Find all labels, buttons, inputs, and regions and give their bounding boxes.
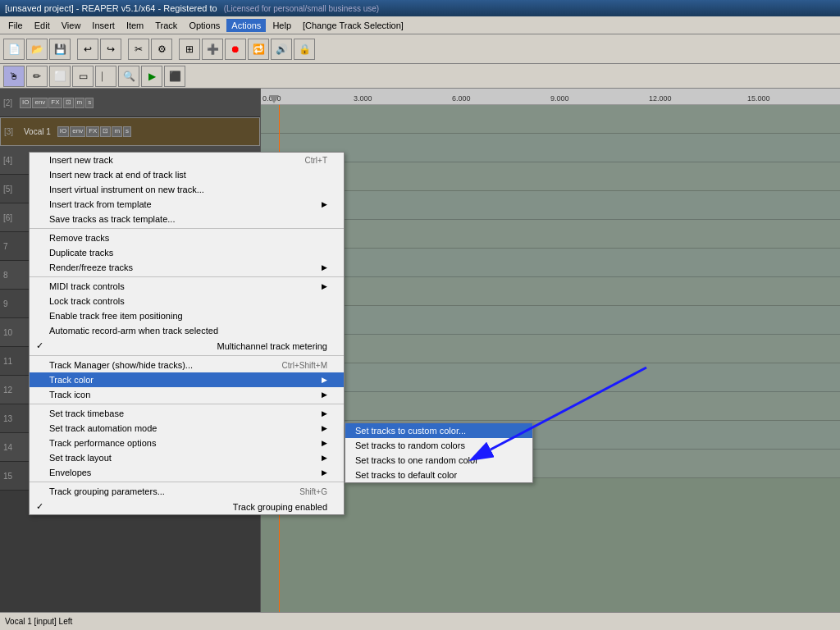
submenu-random-colors[interactable]: Set tracks to random colors: [345, 438, 532, 453]
new-project-btn[interactable]: 📄: [3, 39, 25, 60]
ctx-track-icon-label: Track icon: [49, 390, 90, 399]
pencil-btn[interactable]: ✏: [26, 66, 48, 87]
menu-item[interactable]: Item: [121, 19, 148, 32]
add-track-btn[interactable]: ➕: [202, 39, 223, 60]
ctx-sep-1: [30, 228, 344, 229]
play-btn[interactable]: ▶: [141, 66, 162, 87]
track-row-3: [3] Vocal 1 IO env FX ⊡ m s: [0, 117, 260, 146]
ctx-track-manager[interactable]: Track Manager (show/hide tracks)... Ctrl…: [30, 358, 344, 372]
track-3-solo[interactable]: s: [123, 126, 131, 137]
ctx-duplicate-tracks[interactable]: Duplicate tracks: [30, 245, 344, 260]
ctx-track-grouping-params[interactable]: Track grouping parameters... Shift+G: [30, 484, 344, 499]
ctx-insert-virtual[interactable]: Insert virtual instrument on new track..…: [30, 182, 344, 197]
ctx-multichannel-metering[interactable]: Multichannel track metering: [30, 338, 344, 354]
lock-btn[interactable]: 🔒: [294, 39, 315, 60]
ctx-insert-new-track[interactable]: Insert new track Ctrl+T: [30, 153, 344, 167]
track-2-mute[interactable]: m: [75, 98, 85, 108]
ruler-mark-12: 12.000: [649, 94, 672, 103]
undo-btn[interactable]: ↩: [77, 39, 98, 60]
ctx-track-color[interactable]: Track color: [30, 372, 344, 387]
timeline-row-7: [261, 277, 840, 306]
submenu-random-colors-label: Set tracks to random colors: [355, 441, 465, 450]
cursor-btn[interactable]: 🖱: [3, 66, 25, 87]
track-3-controls: IO env FX ⊡ m s: [57, 126, 131, 137]
submenu-default-color[interactable]: Set tracks to default color: [345, 468, 532, 482]
ctx-set-track-timebase[interactable]: Set track timebase: [30, 406, 344, 421]
menu-file[interactable]: File: [3, 19, 28, 32]
timeline-row-4: [261, 191, 840, 220]
track-2-controls: IO env FX ⊡ m s: [20, 98, 94, 108]
menu-insert[interactable]: Insert: [87, 19, 120, 32]
menu-actions[interactable]: Actions: [226, 19, 266, 32]
ctx-track-manager-label: Track Manager (show/hide tracks)...: [49, 360, 193, 370]
menu-change-track[interactable]: [Change Track Selection]: [298, 19, 409, 32]
save-btn[interactable]: 💾: [49, 39, 71, 60]
ctx-track-icon[interactable]: Track icon: [30, 387, 344, 402]
ctx-remove-tracks[interactable]: Remove tracks: [30, 231, 344, 245]
track-3-midi[interactable]: ⊡: [100, 126, 111, 137]
submenu-one-random-color[interactable]: Set tracks to one random color: [345, 453, 532, 468]
grid-btn[interactable]: ⊞: [179, 39, 200, 60]
menu-track[interactable]: Track: [150, 19, 182, 32]
ctx-auto-record-arm[interactable]: Automatic record-arm when track selected: [30, 323, 344, 338]
ruler-mark-3: 3.000: [354, 94, 372, 103]
timeline-row-11: [261, 392, 840, 421]
cut-btn[interactable]: ✂: [128, 39, 149, 60]
track-2-midi[interactable]: ⊡: [63, 98, 74, 108]
ctx-track-grouping-params-label: Track grouping parameters...: [49, 486, 165, 496]
ctx-set-track-automation[interactable]: Set track automation mode: [30, 421, 344, 436]
menu-help[interactable]: Help: [267, 19, 296, 32]
timeline-ruler: 0.000 3.000 6.000 9.000 12.000 15.000: [261, 89, 840, 105]
ctx-envelopes[interactable]: Envelopes: [30, 465, 344, 480]
ctx-set-track-layout-label: Set track layout: [49, 453, 112, 463]
timeline-row-1: [261, 105, 840, 134]
track-3-io[interactable]: IO: [57, 126, 69, 137]
ctx-midi-track-controls[interactable]: MIDI track controls: [30, 279, 344, 294]
track-2-fx[interactable]: FX: [48, 98, 62, 108]
ctx-insert-from-template[interactable]: Insert track from template: [30, 197, 344, 212]
ctx-enable-free-item[interactable]: Enable track free item positioning: [30, 308, 344, 323]
ctx-set-track-layout[interactable]: Set track layout: [30, 450, 344, 465]
submenu-one-random-color-label: Set tracks to one random color: [355, 455, 478, 465]
menu-view[interactable]: View: [57, 19, 86, 32]
title-bar: [unsaved project] - REAPER v5.1/x64 - Re…: [0, 0, 840, 16]
menu-edit[interactable]: Edit: [30, 19, 55, 32]
ctx-sep-3: [30, 355, 344, 356]
submenu-custom-color-label: Set tracks to custom color...: [355, 426, 466, 436]
eraser-btn[interactable]: ⬜: [49, 66, 71, 87]
ctx-track-performance[interactable]: Track performance options: [30, 436, 344, 450]
ctx-render-freeze-label: Render/freeze tracks: [49, 262, 133, 272]
redo-btn[interactable]: ↪: [100, 39, 121, 60]
stop-btn[interactable]: ⬛: [164, 66, 185, 87]
settings-btn[interactable]: ⚙: [151, 39, 172, 60]
split-btn[interactable]: ⎸: [95, 66, 116, 87]
open-btn[interactable]: 📂: [26, 39, 48, 60]
track-3-mute[interactable]: m: [112, 126, 122, 137]
track-3-env[interactable]: env: [70, 126, 85, 137]
track-2-io[interactable]: IO: [20, 98, 31, 108]
select-btn[interactable]: ▭: [72, 66, 94, 87]
ctx-multichannel-metering-label: Multichannel track metering: [217, 341, 327, 351]
zoom-btn[interactable]: 🔍: [118, 66, 139, 87]
ctx-set-track-timebase-label: Set track timebase: [49, 409, 124, 418]
submenu-custom-color[interactable]: Set tracks to custom color...: [345, 423, 532, 438]
track-num-3: [3]: [4, 127, 21, 136]
ctx-duplicate-tracks-label: Duplicate tracks: [49, 248, 113, 258]
track-3-fx[interactable]: FX: [86, 126, 99, 137]
timeline-row-8: [261, 306, 840, 335]
record-btn[interactable]: ⏺: [225, 39, 246, 60]
toolbar: 📄 📂 💾 ↩ ↪ ✂ ⚙ ⊞ ➕ ⏺ 🔁 🔊 🔒: [0, 34, 840, 64]
ctx-track-grouping-enabled[interactable]: Track grouping enabled: [30, 499, 344, 514]
ctx-render-freeze[interactable]: Render/freeze tracks: [30, 260, 344, 275]
status-text: Vocal 1 [input] Left: [5, 617, 72, 626]
loop-btn[interactable]: 🔁: [248, 39, 269, 60]
menu-options[interactable]: Options: [184, 19, 225, 32]
track-2-env[interactable]: env: [32, 98, 48, 108]
click-btn[interactable]: 🔊: [271, 39, 292, 60]
track-2-solo[interactable]: s: [85, 98, 94, 108]
ctx-lock-track-controls[interactable]: Lock track controls: [30, 294, 344, 308]
ctx-save-as-template[interactable]: Save tracks as track template...: [30, 212, 344, 226]
ctx-insert-at-end[interactable]: Insert new track at end of track list: [30, 167, 344, 182]
ctx-save-as-template-label: Save tracks as track template...: [49, 214, 175, 224]
ruler-mark-9: 9.000: [550, 94, 569, 103]
